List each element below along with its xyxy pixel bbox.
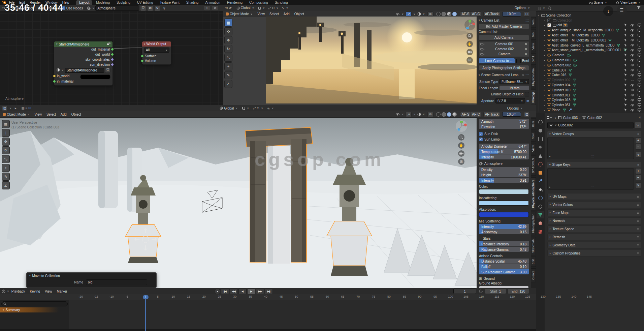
properties-section-header[interactable]: ▸ Vertex Colors ≡: [547, 201, 641, 208]
overlays-dropdown[interactable]: ∨: [417, 113, 425, 116]
move-tool[interactable]: ✥: [2, 138, 10, 146]
scene-selector[interactable]: Scene∨: [589, 1, 607, 4]
selectable-icon[interactable]: [624, 59, 627, 62]
camera-view-icon[interactable]: [466, 49, 473, 55]
unlink-button[interactable]: ✕: [154, 5, 160, 11]
hide-eye-icon[interactable]: [630, 104, 635, 107]
color-swatch[interactable]: [479, 189, 529, 194]
focal-length-slider[interactable]: 19 mm: [509, 86, 520, 90]
selectable-icon[interactable]: [624, 84, 627, 87]
workspace-tab[interactable]: Shading: [183, 0, 202, 5]
fake-user-shield-button[interactable]: ⛉: [635, 122, 641, 128]
viewport-editor-type-button[interactable]: ⊡∨: [2, 106, 11, 111]
atmo-slider[interactable]: Intensity116030.41: [479, 154, 529, 159]
hide-eye-icon[interactable]: [630, 64, 635, 66]
timeline-scrollbar[interactable]: [0, 329, 536, 331]
sidebar-tab[interactable]: View: [531, 143, 536, 154]
pan-hand-icon[interactable]: ✋: [458, 142, 464, 149]
viewport-menu-item[interactable]: View: [32, 113, 44, 116]
world-name-field[interactable]: Atmosphere: [95, 5, 139, 11]
timeline-menu-item[interactable]: Keying: [27, 290, 42, 293]
nodegroup-shield-button[interactable]: ⛉: [105, 68, 110, 73]
viewport-menu-item[interactable]: Select: [267, 12, 281, 16]
disable-render-icon[interactable]: [638, 103, 641, 107]
cursor-tool[interactable]: ⊹: [2, 129, 10, 137]
selectable-icon[interactable]: [624, 29, 627, 32]
outliner-row[interactable]: ▸ ✓ Cylinder.018: [536, 98, 644, 103]
atmo-slider[interactable]: Angular Diameter6.47°: [479, 144, 529, 149]
select-box-tool[interactable]: ▦: [2, 120, 10, 128]
timeline-menu-item[interactable]: View: [42, 290, 55, 293]
hide-eye-icon[interactable]: [630, 44, 635, 47]
viewport-axis-gizmo[interactable]: [455, 120, 468, 133]
workspace-tab[interactable]: Animation: [202, 0, 223, 5]
record-button[interactable]: ●: [215, 289, 220, 294]
af-c-button[interactable]: AF-C: [471, 11, 481, 17]
rotate-tool[interactable]: ↻: [2, 146, 10, 154]
tab-object[interactable]: [537, 169, 544, 176]
hide-eye-icon[interactable]: [630, 59, 635, 62]
disable-render-icon[interactable]: [638, 54, 641, 57]
atmo-slider[interactable]: Sun Radiance Gamma3.00: [479, 269, 529, 274]
tab-physics[interactable]: [537, 194, 544, 202]
inscattering-swatch[interactable]: [479, 201, 529, 206]
vgroup-remove-button[interactable]: −: [635, 144, 641, 150]
wireframe-shading-button[interactable]: [436, 12, 441, 16]
summary-channel-row[interactable]: ▾ Summary: [0, 307, 69, 312]
hide-eye-icon[interactable]: [630, 89, 635, 91]
selectable-icon[interactable]: [624, 89, 627, 92]
properties-editor-icon[interactable]: [547, 116, 552, 119]
channel-search-input[interactable]: [1, 301, 68, 306]
material-shading-button[interactable]: [447, 12, 451, 16]
apply-photographer-settings-button[interactable]: Apply Photographer Settings: [479, 65, 529, 71]
fake-user-shield-button[interactable]: ⛉: [140, 5, 146, 11]
jump-to-start-button[interactable]: ▮◀: [221, 289, 229, 294]
grid-perspective-icon[interactable]: ⊞: [458, 158, 464, 165]
transform-orientation[interactable]: Global∨: [220, 107, 237, 110]
shapekey-specials-button[interactable]: ∨: [635, 182, 641, 188]
camera-list-item[interactable]: Camera.002 ✕: [479, 47, 529, 52]
world-selector[interactable]: ∨ Atmosphere ⛉ ⧉ ✕: [87, 5, 160, 11]
workspace-tab[interactable]: Modeling: [93, 0, 113, 5]
next-keyframe-button[interactable]: ▶▶: [256, 289, 264, 294]
outliner-row[interactable]: ▸ ✓ Aset_antique_stone_M_ueqhecffa_LOD0: [536, 28, 644, 33]
outliner-row[interactable]: ▸ ✓ Cylinder.011: [536, 93, 644, 98]
hide-eye-icon[interactable]: [630, 84, 635, 87]
atmo-slider[interactable]: Intensity3.91: [479, 178, 529, 183]
lock-camera-button[interactable]: 🖵Lock Camera to ...: [479, 58, 515, 64]
properties-section-header[interactable]: ▸ Remesh ≡: [547, 234, 641, 240]
properties-section-header[interactable]: ▸ Normals ≡: [547, 217, 641, 224]
falloff-toggle[interactable]: ∿ ∨: [267, 107, 273, 110]
atmo-checkbox[interactable]: ✓Sun Disk: [479, 131, 529, 137]
mesh-name-field[interactable]: ∨ Cube.002: [547, 122, 634, 128]
annotate-tool[interactable]: ✎: [224, 71, 232, 79]
outliner-row[interactable]: ▸ ✓ Cube.016: [536, 73, 644, 78]
node-socket[interactable]: [111, 48, 114, 51]
disable-render-icon[interactable]: [638, 29, 641, 32]
scale-tool[interactable]: ⤡: [2, 155, 10, 163]
play-reverse-button[interactable]: ◀: [238, 289, 247, 294]
tab-texture[interactable]: [537, 228, 544, 235]
atmo-slider[interactable]: Density0.20: [479, 167, 529, 172]
af-track-button[interactable]: AF-Track: [483, 112, 500, 117]
outliner-row[interactable]: ▸ ✓ Aset_other__M_ufokciifa_LOD0: [536, 33, 644, 38]
camera-list-item[interactable]: Camera ✕: [479, 52, 529, 57]
selectable-icon[interactable]: [624, 54, 627, 57]
selectable-icon[interactable]: [624, 79, 627, 82]
options-menu[interactable]: Options∨: [507, 107, 522, 110]
outliner-row[interactable]: ▸ ✓ Aset_stone_carved_L_ucmmahofa_LOD0: [536, 43, 644, 48]
stars-section-header[interactable]: ∴ Stars: [479, 237, 529, 240]
outliner-row[interactable]: ▸ ✓ Cylinder.002: [536, 78, 644, 83]
hide-eye-icon[interactable]: [630, 109, 635, 112]
viewport-menu-item[interactable]: View: [255, 12, 267, 16]
atmo-slider[interactable]: Falloff0.10: [479, 264, 529, 269]
node-socket[interactable]: [111, 58, 114, 61]
outliner-search-icon[interactable]: [548, 6, 551, 10]
nodegroup-browse-icon[interactable]: [56, 68, 60, 72]
cursor-tool[interactable]: ⊹: [224, 27, 232, 35]
pin-icon[interactable]: ⚲: [163, 6, 165, 10]
sidebar-tab[interactable]: BY-T: [531, 53, 536, 65]
focus-distance-field[interactable]: 10.0m: [502, 112, 521, 117]
selectable-icon[interactable]: [624, 103, 627, 107]
disable-render-icon[interactable]: [638, 94, 641, 97]
